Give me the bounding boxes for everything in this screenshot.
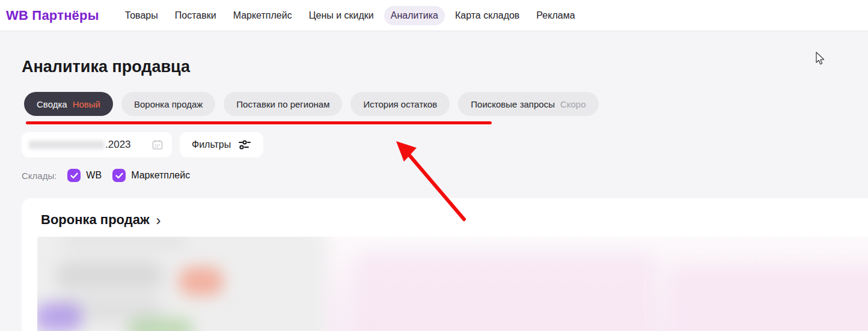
main-nav: Товары Поставки Маркетплейс Цены и скидк… <box>118 6 582 25</box>
top-navbar: WB Партнёры Товары Поставки Маркетплейс … <box>0 0 868 31</box>
date-range-input[interactable]: .2023 <box>22 132 172 157</box>
page-title: Аналитика продавца <box>22 58 868 76</box>
tab-svodka-label: Сводка <box>37 99 67 109</box>
tab-poiskovye-label: Поисковые запросы <box>471 99 555 109</box>
nav-item-tovary[interactable]: Товары <box>118 6 165 25</box>
tab-voronka-prodazh[interactable]: Воронка продаж <box>121 92 215 116</box>
nav-item-marketplace[interactable]: Маркетплейс <box>227 6 299 25</box>
wb-partners-logo[interactable]: WB Партнёры <box>6 8 99 23</box>
filters-button[interactable]: Фильтры <box>180 132 263 157</box>
warehouse-option-wb[interactable]: WB <box>67 169 102 182</box>
tab-istoriya-ostatkov[interactable]: История остатков <box>350 92 450 116</box>
tab-postavki-po-regionam[interactable]: Поставки по регионам <box>224 92 342 116</box>
nav-item-postavki[interactable]: Поставки <box>168 6 223 25</box>
sliders-icon <box>238 139 251 151</box>
nav-item-ceny-i-skidki[interactable]: Цены и скидки <box>302 6 381 25</box>
warehouses-label: Склады: <box>22 171 57 181</box>
nav-item-analitika[interactable]: Аналитика <box>384 6 445 25</box>
tab-istoriya-label: История остатков <box>363 99 437 109</box>
sales-funnel-header-link[interactable]: Воронка продаж › <box>22 198 868 228</box>
date-redacted-blur <box>29 141 105 149</box>
nav-item-karta-skladov[interactable]: Карта складов <box>448 6 526 25</box>
sales-funnel-title: Воронка продаж <box>41 212 150 228</box>
calendar-icon[interactable] <box>151 139 164 151</box>
tab-poiskovye-zaprosy[interactable]: Поисковые запросы Скоро <box>458 92 598 116</box>
marketplace-checkbox[interactable] <box>112 169 126 182</box>
new-badge: Новый <box>73 99 100 109</box>
soon-badge: Скоро <box>560 99 586 109</box>
red-underline-annotation <box>26 121 492 124</box>
tab-svodka[interactable]: Сводка Новый <box>24 92 113 116</box>
analytics-tabs: Сводка Новый Воронка продаж Поставки по … <box>24 92 868 116</box>
check-icon <box>115 172 123 179</box>
tab-voronka-label: Воронка продаж <box>134 99 203 109</box>
date-suffix-text: .2023 <box>105 139 131 151</box>
chevron-right-icon: › <box>156 214 161 226</box>
check-icon <box>70 172 78 179</box>
blur-layer <box>37 237 868 331</box>
wb-checkbox-label: WB <box>86 170 102 181</box>
tab-postavki-label: Поставки по регионам <box>236 99 329 109</box>
filters-button-label: Фильтры <box>192 139 231 150</box>
nav-item-reklama[interactable]: Реклама <box>530 6 581 25</box>
marketplace-checkbox-label: Маркетплейс <box>131 170 190 181</box>
blurred-funnel-chart-preview <box>37 237 868 331</box>
filter-row: .2023 Фильтры <box>22 132 868 157</box>
wb-checkbox[interactable] <box>67 169 81 182</box>
warehouses-row: Склады: WB Маркетплейс <box>22 169 868 182</box>
warehouse-option-marketplace[interactable]: Маркетплейс <box>112 169 190 182</box>
main-content: Аналитика продавца Сводка Новый Воронка … <box>0 58 868 182</box>
sales-funnel-card: Воронка продаж › <box>22 198 868 331</box>
